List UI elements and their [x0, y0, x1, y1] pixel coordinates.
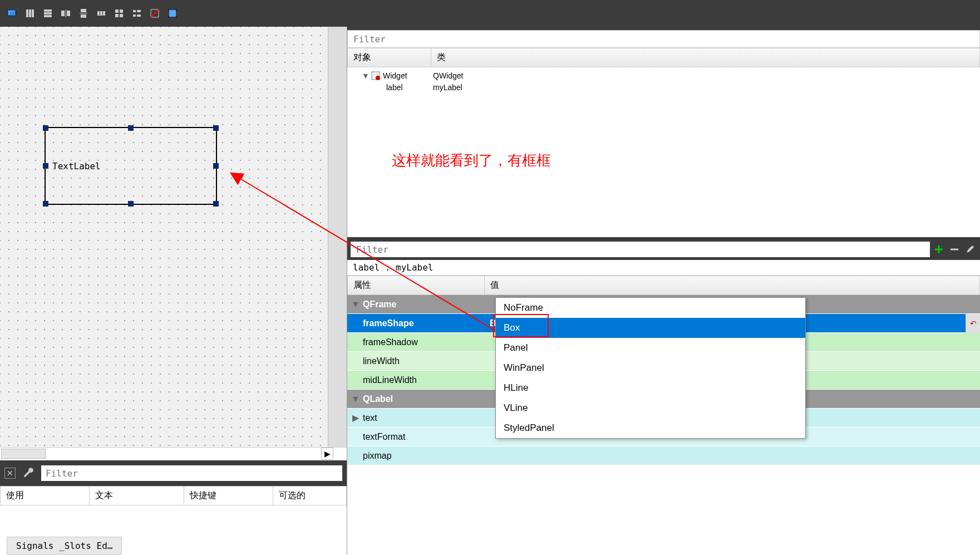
svg-rect-6 [44, 12, 52, 14]
object-tree[interactable]: ▼Widget QWidget label myLabel 这样就能看到了，有框… [347, 67, 980, 237]
toolbar-btn-break[interactable] [147, 6, 162, 21]
resize-handle[interactable] [213, 125, 219, 131]
toolbar-btn-adjust[interactable] [165, 6, 180, 21]
reset-property-button[interactable]: ↶ [966, 314, 980, 333]
object-filter-input[interactable] [347, 30, 980, 48]
dropdown-option-panel[interactable]: Panel [496, 338, 805, 358]
svg-rect-11 [81, 9, 86, 12]
add-property-button[interactable] [932, 243, 945, 256]
signals-tab[interactable]: Signals _Slots Ed… [7, 537, 122, 555]
toolbar-btn-form[interactable] [129, 6, 145, 21]
svg-rect-27 [169, 10, 176, 17]
property-filter-input[interactable] [351, 242, 930, 257]
svg-rect-9 [67, 11, 70, 16]
remove-property-button[interactable] [948, 243, 961, 256]
svg-rect-20 [120, 14, 123, 17]
scroll-right-icon[interactable]: ▶ [321, 448, 333, 460]
svg-rect-23 [133, 14, 136, 17]
design-canvas[interactable]: TextLabel ▶ [0, 27, 347, 460]
frameshape-dropdown[interactable]: NoFrameBoxPanelWinPanelHLineVLineStyledP… [495, 297, 806, 439]
svg-rect-15 [100, 11, 102, 16]
object-tree-header: 对象 类 [347, 48, 980, 67]
dropdown-option-winpanel[interactable]: WinPanel [496, 358, 805, 378]
toolbar-btn-vsplit[interactable] [76, 6, 91, 21]
close-panel-button[interactable]: ✕ [4, 468, 16, 479]
svg-rect-7 [44, 15, 52, 17]
svg-rect-14 [97, 11, 100, 16]
svg-rect-18 [120, 9, 123, 13]
edit-property-button[interactable] [963, 243, 977, 256]
dropdown-option-noframe[interactable]: NoFrame [496, 298, 805, 318]
svg-rect-4 [32, 9, 34, 17]
svg-rect-5 [44, 9, 52, 12]
svg-rect-17 [115, 9, 119, 13]
svg-rect-2 [26, 9, 28, 17]
property-table-header: 属性 值 [347, 276, 980, 295]
selected-widget-label[interactable]: TextLabel [45, 127, 217, 205]
signals-table-header: 使用 文本 快捷键 可选的 [0, 486, 347, 505]
svg-line-26 [151, 9, 159, 17]
toolbar-btn-taborder[interactable]: 123 [4, 6, 20, 21]
svg-rect-3 [29, 9, 31, 17]
svg-point-29 [376, 76, 380, 80]
svg-rect-8 [61, 11, 65, 16]
svg-rect-21 [133, 10, 136, 12]
wrench-icon[interactable] [22, 466, 35, 480]
resize-handle[interactable] [213, 201, 219, 207]
dropdown-option-box[interactable]: Box [496, 318, 805, 338]
main-toolbar: 123 [0, 0, 980, 27]
dropdown-option-hline[interactable]: HLine [496, 378, 805, 398]
toolbar-btn-hlayout[interactable] [93, 6, 109, 21]
resize-handle[interactable] [43, 125, 48, 131]
h-scrollbar[interactable]: ▶ [0, 448, 333, 460]
object-row-label[interactable]: label myLabel [347, 82, 980, 93]
toolbar-btn-rows[interactable] [40, 6, 56, 21]
dropdown-option-vline[interactable]: VLine [496, 398, 805, 418]
resize-handle[interactable] [128, 201, 134, 207]
toolbar-btn-hsplit[interactable] [58, 6, 73, 21]
resize-handle[interactable] [128, 125, 134, 131]
svg-text:123: 123 [9, 11, 17, 16]
property-row-pixmap[interactable]: pixmap [347, 446, 980, 465]
toolbar-btn-cols[interactable] [22, 6, 38, 21]
object-row-widget[interactable]: ▼Widget QWidget [347, 70, 980, 82]
signals-filter-input[interactable] [41, 465, 342, 481]
svg-rect-16 [103, 11, 105, 16]
toolbar-btn-grid[interactable] [111, 6, 127, 21]
resize-handle[interactable] [213, 163, 219, 169]
widget-label-text: TextLabel [52, 161, 101, 171]
property-object-label: label : myLabel [347, 260, 980, 276]
resize-handle[interactable] [43, 201, 48, 207]
widget-icon [371, 71, 381, 81]
dropdown-option-styledpanel[interactable]: StyledPanel [496, 418, 805, 438]
svg-rect-12 [81, 14, 86, 18]
annotation-text: 这样就能看到了，有框框 [392, 151, 551, 170]
svg-rect-22 [137, 10, 141, 12]
resize-handle[interactable] [43, 163, 48, 169]
svg-rect-24 [137, 14, 141, 17]
svg-rect-19 [115, 14, 119, 17]
